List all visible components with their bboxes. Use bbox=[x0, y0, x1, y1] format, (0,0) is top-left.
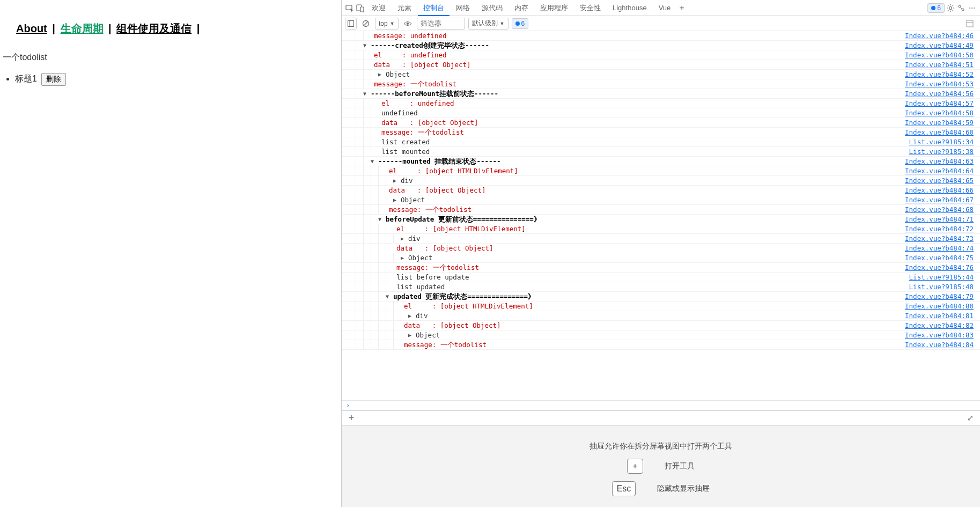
expand-arrow-icon[interactable]: ▶ bbox=[393, 176, 396, 185]
issues-badge[interactable]: 6 bbox=[927, 3, 945, 13]
source-link[interactable]: List.vue?9185:38 bbox=[909, 147, 976, 156]
source-link[interactable]: Index.vue?b484:60 bbox=[905, 128, 976, 137]
console-row[interactable]: message: 一个todolistIndex.vue?b484:76 bbox=[342, 263, 980, 273]
log-level-selector[interactable]: 默认级别 ▼ bbox=[468, 18, 509, 30]
expand-arrow-icon[interactable]: ▶ bbox=[378, 70, 381, 79]
source-link[interactable]: List.vue?9185:44 bbox=[909, 273, 976, 282]
console-row[interactable]: ▼------mounted 挂载结束状态------Index.vue?b48… bbox=[342, 157, 980, 166]
console-row[interactable]: ▶divIndex.vue?b484:65 bbox=[342, 176, 980, 186]
console-row[interactable]: undefinedIndex.vue?b484:58 bbox=[342, 108, 980, 118]
console-row[interactable]: el : [object HTMLDivElement]Index.vue?b4… bbox=[342, 224, 980, 234]
source-link[interactable]: Index.vue?b484:73 bbox=[905, 234, 976, 243]
filter-count-badge[interactable]: 6 bbox=[512, 18, 529, 29]
expand-arrow-icon[interactable]: ▶ bbox=[401, 234, 404, 243]
source-link[interactable]: Index.vue?b484:74 bbox=[905, 244, 976, 253]
inspect-icon[interactable] bbox=[345, 3, 355, 13]
console-output[interactable]: message: undefinedIndex.vue?b484:46▼----… bbox=[342, 31, 980, 400]
more-icon[interactable]: ⋯ bbox=[967, 3, 977, 13]
source-link[interactable]: Index.vue?b484:71 bbox=[905, 215, 976, 224]
expand-arrow-icon[interactable]: ▶ bbox=[393, 195, 396, 204]
source-link[interactable]: Index.vue?b484:80 bbox=[905, 302, 976, 311]
tab-memory[interactable]: 内存 bbox=[509, 0, 534, 16]
nav-comm[interactable]: 组件使用及通信 bbox=[116, 23, 191, 34]
console-row[interactable]: message: 一个todolistIndex.vue?b484:60 bbox=[342, 128, 980, 137]
console-row[interactable]: list createdList.vue?9185:34 bbox=[342, 137, 980, 147]
source-link[interactable]: Index.vue?b484:82 bbox=[905, 321, 976, 330]
expand-arrow-icon[interactable]: ▼ bbox=[363, 89, 366, 98]
console-row[interactable]: data : [object Object]Index.vue?b484:74 bbox=[342, 244, 980, 253]
tab-elements[interactable]: 元素 bbox=[392, 0, 417, 16]
source-link[interactable]: Index.vue?b484:64 bbox=[905, 166, 976, 175]
nav-about[interactable]: About bbox=[16, 23, 47, 34]
source-link[interactable]: Index.vue?b484:81 bbox=[905, 311, 976, 320]
source-link[interactable]: Index.vue?b484:57 bbox=[905, 99, 976, 108]
expand-arrow-icon[interactable]: ▼ bbox=[378, 215, 381, 224]
expand-arrow-icon[interactable]: ▶ bbox=[408, 311, 411, 320]
console-row[interactable]: el : [object HTMLDivElement]Index.vue?b4… bbox=[342, 302, 980, 311]
filter-input[interactable] bbox=[417, 18, 465, 30]
settings-icon[interactable] bbox=[946, 3, 955, 13]
tab-security[interactable]: 安全性 bbox=[574, 0, 606, 16]
console-row[interactable]: message: 一个todolistIndex.vue?b484:53 bbox=[342, 79, 980, 89]
source-link[interactable]: Index.vue?b484:84 bbox=[905, 340, 976, 349]
console-row[interactable]: data : [object Object]Index.vue?b484:51 bbox=[342, 60, 980, 70]
context-selector[interactable]: top ▼ bbox=[375, 18, 399, 30]
live-expression-icon[interactable] bbox=[402, 18, 414, 30]
expand-arrow-icon[interactable]: ▼ bbox=[363, 41, 366, 50]
console-row[interactable]: ▶ObjectIndex.vue?b484:67 bbox=[342, 195, 980, 205]
source-link[interactable]: Index.vue?b484:75 bbox=[905, 253, 976, 262]
source-link[interactable]: Index.vue?b484:66 bbox=[905, 186, 976, 195]
expand-arrow-icon[interactable]: ▶ bbox=[408, 330, 411, 340]
console-row[interactable]: list before updateList.vue?9185:44 bbox=[342, 273, 980, 282]
console-settings-icon[interactable] bbox=[963, 20, 977, 27]
source-link[interactable]: List.vue?9185:48 bbox=[909, 282, 976, 291]
source-link[interactable]: Index.vue?b484:58 bbox=[905, 108, 976, 117]
expand-arrow-icon[interactable]: ▶ bbox=[401, 253, 404, 262]
console-row[interactable]: data : [object Object]Index.vue?b484:66 bbox=[342, 186, 980, 195]
source-link[interactable]: Index.vue?b484:52 bbox=[905, 70, 976, 79]
console-row[interactable]: ▶divIndex.vue?b484:73 bbox=[342, 234, 980, 244]
console-row[interactable]: message: undefinedIndex.vue?b484:46 bbox=[342, 31, 980, 41]
source-link[interactable]: Index.vue?b484:51 bbox=[905, 60, 976, 69]
drawer-add-tab-icon[interactable]: + bbox=[346, 413, 357, 424]
clear-console-icon[interactable] bbox=[360, 18, 372, 30]
source-link[interactable]: Index.vue?b484:50 bbox=[905, 50, 976, 60]
console-prompt[interactable]: › bbox=[342, 400, 980, 410]
source-link[interactable]: Index.vue?b484:63 bbox=[905, 157, 976, 166]
source-link[interactable]: Index.vue?b484:56 bbox=[905, 89, 976, 98]
console-row[interactable]: ▼beforeUpdate 更新前状态===============》Index… bbox=[342, 215, 980, 224]
source-link[interactable]: Index.vue?b484:79 bbox=[905, 292, 976, 301]
console-row[interactable]: data : [object Object]Index.vue?b484:82 bbox=[342, 321, 980, 330]
dock-icon[interactable] bbox=[956, 3, 966, 13]
nav-lifecycle[interactable]: 生命周期 bbox=[61, 23, 104, 34]
console-row[interactable]: ▼------created创建完毕状态------Index.vue?b484… bbox=[342, 41, 980, 50]
console-row[interactable]: ▼updated 更新完成状态===============》Index.vue… bbox=[342, 292, 980, 302]
tab-console[interactable]: 控制台 bbox=[418, 0, 450, 16]
console-row[interactable]: message: 一个todolistIndex.vue?b484:84 bbox=[342, 340, 980, 350]
console-row[interactable]: el : [object HTMLDivElement]Index.vue?b4… bbox=[342, 166, 980, 176]
device-toggle-icon[interactable] bbox=[356, 3, 365, 13]
source-link[interactable]: Index.vue?b484:83 bbox=[905, 330, 976, 340]
source-link[interactable]: Index.vue?b484:72 bbox=[905, 224, 976, 233]
console-row[interactable]: message: 一个todolistIndex.vue?b484:68 bbox=[342, 205, 980, 215]
delete-button[interactable]: 删除 bbox=[41, 73, 66, 86]
console-row[interactable]: ▼------beforeMount挂载前状态------Index.vue?b… bbox=[342, 89, 980, 99]
tab-lighthouse[interactable]: Lighthouse bbox=[607, 1, 652, 15]
expand-arrow-icon[interactable]: ▼ bbox=[371, 157, 374, 166]
source-link[interactable]: Index.vue?b484:46 bbox=[905, 31, 976, 40]
tab-application[interactable]: 应用程序 bbox=[535, 0, 573, 16]
console-row[interactable]: ▶divIndex.vue?b484:81 bbox=[342, 311, 980, 321]
console-row[interactable]: ▶ObjectIndex.vue?b484:75 bbox=[342, 253, 980, 263]
source-link[interactable]: Index.vue?b484:53 bbox=[905, 79, 976, 89]
tab-network[interactable]: 网络 bbox=[451, 0, 475, 16]
source-link[interactable]: Index.vue?b484:76 bbox=[905, 263, 976, 272]
tab-welcome[interactable]: 欢迎 bbox=[366, 0, 391, 16]
tab-vue[interactable]: Vue bbox=[653, 1, 676, 15]
source-link[interactable]: Index.vue?b484:68 bbox=[905, 205, 976, 214]
sidebar-toggle-icon[interactable] bbox=[345, 18, 357, 30]
console-row[interactable]: el : undefinedIndex.vue?b484:57 bbox=[342, 99, 980, 108]
source-link[interactable]: Index.vue?b484:65 bbox=[905, 176, 976, 185]
source-link[interactable]: Index.vue?b484:59 bbox=[905, 118, 976, 127]
console-row[interactable]: list mountedList.vue?9185:38 bbox=[342, 147, 980, 157]
console-row[interactable]: ▶ObjectIndex.vue?b484:52 bbox=[342, 70, 980, 79]
